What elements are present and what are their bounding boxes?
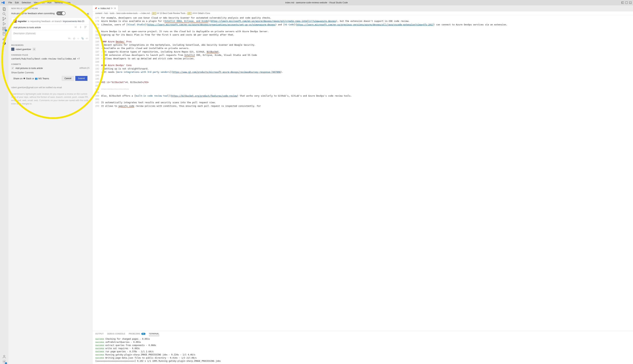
branch-name: improvements-feb-23: [63, 20, 84, 22]
auto-prompt-toggle[interactable]: Yes: [56, 12, 66, 15]
code-line[interactable]: ---------------------: [101, 87, 630, 91]
code-line[interactable]: - It needs [more integrations with 3rd p…: [101, 70, 630, 74]
layout-toggle-icon[interactable]: [621, 2, 624, 4]
panel-toggle-icon[interactable]: [629, 2, 631, 4]
menu-help[interactable]: Help: [64, 1, 72, 4]
commit-row: ✓ Add pictures to tools article e00a4c25: [11, 67, 90, 70]
terminal-output[interactable]: success Checking for changed pages - 0.0…: [93, 336, 633, 364]
breadcrumb-item[interactable]: tools: [110, 12, 114, 14]
breadcrumb-item[interactable]: #### Gitlab's Cons: [192, 12, 210, 14]
code-line[interactable]: #### Azure DevOps' Pros: [101, 40, 630, 43]
panel-tab-terminal[interactable]: TERMINAL: [149, 332, 159, 336]
breadcrumb-item[interactable]: content: [95, 12, 102, 14]
card-footer: Share on ✱ Slack or 👥 MS Teams Cancel Su…: [11, 74, 90, 83]
menu-view[interactable]: View: [32, 1, 40, 4]
menu-terminal[interactable]: Terminal: [53, 1, 64, 4]
menu-run[interactable]: Run: [46, 1, 53, 4]
review-title-input[interactable]: Add pictures to tools article: [14, 26, 73, 29]
attach-icon[interactable]: 📎: [81, 37, 84, 40]
emoji-icon[interactable]: ☺: [77, 37, 79, 40]
menu-file[interactable]: File: [7, 1, 14, 4]
changed-file-row[interactable]: content/hub/tools/best-code-review-tools…: [11, 58, 90, 60]
code-line[interactable]: #### Azure DevOps' Cons: [101, 64, 630, 67]
tab-modified-badge: 9+: [111, 7, 113, 9]
code-line[interactable]: - Decent options for integrations on the…: [101, 43, 630, 46]
code-line[interactable]: [101, 26, 630, 30]
svg-point-24: [4, 361, 5, 362]
commit-checkbox[interactable]: ✓: [11, 67, 14, 70]
graph-icon[interactable]: [2, 36, 7, 41]
code-line[interactable]: Signing up for its Basic Plan is free fo…: [101, 33, 630, 36]
panel-tab-output[interactable]: OUTPUT: [95, 332, 104, 336]
maximize-icon[interactable]: [625, 2, 628, 4]
code-line[interactable]: Also, Bitbucket offers a [built-in code …: [101, 94, 630, 98]
extensions-icon[interactable]: 2: [2, 26, 7, 31]
code-line[interactable]: [101, 77, 630, 80]
code-line[interactable]: [101, 91, 630, 94]
clear-title-icon[interactable]: [74, 26, 77, 29]
breadcrumb-item[interactable]: hub: [104, 12, 108, 14]
panel-tab-debug[interactable]: DEBUG CONSOLE: [107, 332, 125, 336]
menu-go[interactable]: Go: [40, 1, 46, 4]
breadcrumb-item[interactable]: ## 10 Best Code Review Tools: [157, 12, 185, 14]
tag-icon[interactable]: 🏷: [86, 37, 88, 40]
branch-icon[interactable]: [84, 26, 87, 29]
share-teams-link[interactable]: MS Teams: [38, 77, 49, 80]
explorer-icon[interactable]: [2, 7, 7, 12]
code-line[interactable]: [101, 98, 630, 101]
cancel-button[interactable]: Cancel: [62, 76, 74, 81]
code-line[interactable]: [101, 84, 630, 87]
code-line[interactable]: Azure DevOps is not an open-source proje…: [101, 30, 630, 33]
svg-point-33: [86, 26, 86, 27]
panel-tab-problems[interactable]: PROBLEMS 66: [129, 332, 145, 336]
codestream-icon[interactable]: [2, 41, 7, 46]
code-line[interactable]: - It supports diverse types of repositor…: [101, 50, 630, 54]
code-line[interactable]: Azure DevOps is also available as a plug…: [101, 20, 630, 23]
code-line[interactable]: [101, 36, 630, 40]
breadcrumb-item[interactable]: index.md: [141, 12, 150, 14]
code-line[interactable]: [101, 60, 630, 64]
menubar: FileEditSelectionViewGoRunTerminalHelp i…: [0, 0, 633, 5]
svg-rect-21: [4, 38, 4, 40]
svg-rect-14: [3, 29, 4, 30]
code-line[interactable]: [101, 74, 630, 77]
commit-icon[interactable]: [79, 26, 82, 29]
notes-icon[interactable]: [2, 31, 7, 36]
run-debug-icon[interactable]: [2, 21, 7, 26]
svg-marker-12: [3, 22, 6, 25]
description-input[interactable]: Description (Optional) M↓ @ ☺ 📎 🏷: [11, 30, 89, 41]
close-tab-icon[interactable]: ✕: [114, 7, 116, 10]
mention-icon[interactable]: @: [73, 37, 75, 40]
code-line[interactable]: It automatically integrates test results…: [101, 101, 630, 104]
tab-index-md[interactable]: 📌 ● index.md 9+ ✕: [93, 5, 118, 11]
code-line[interactable]: - Available on the public cloud and inst…: [101, 46, 630, 50]
add-reviewer-button[interactable]: +: [33, 48, 36, 51]
code-editor[interactable]: 1771781791801811821831841851861871881891…: [93, 16, 633, 331]
source-control-icon[interactable]: [2, 16, 7, 21]
commits-title: COMMITS: [11, 63, 90, 65]
menu-edit[interactable]: Edit: [14, 1, 20, 4]
show-earlier-commits[interactable]: Show Earlier Commits: [11, 71, 90, 74]
svg-point-29: [80, 27, 81, 28]
code-line[interactable]: <h3 id="bitbucket">4. Bitbucket</h3>: [101, 80, 630, 84]
search-icon[interactable]: [2, 12, 7, 16]
markdown-icon[interactable]: M↓: [68, 37, 71, 40]
code-line[interactable]: - Allows developers to set up detailed a…: [101, 57, 630, 60]
share-slack-link[interactable]: Slack: [26, 77, 32, 80]
menu-selection[interactable]: Selection: [20, 1, 32, 4]
reviewer-avatar: [11, 48, 14, 51]
svg-point-23: [4, 355, 5, 357]
svg-point-10: [3, 20, 4, 21]
feedback-request-card: mgreiler is requesting feedback on branc…: [11, 18, 90, 41]
accounts-icon[interactable]: [2, 354, 7, 359]
code-line[interactable]: - Setting up is not straightforward.: [101, 67, 630, 70]
breadcrumb-item[interactable]: best-code-review-tools: [116, 12, 138, 14]
code-line[interactable]: For example, developers can use Sonar Cl…: [101, 16, 630, 20]
code-line[interactable]: Likewise, users of [Visual Studio](https…: [101, 23, 630, 26]
code-line[interactable]: It allows to specify code review policie…: [101, 104, 630, 108]
sidebar-title: NEW RELIC CODESTREAM: [11, 7, 38, 10]
close-panel-icon[interactable]: [87, 12, 89, 16]
submit-button[interactable]: Submit: [75, 76, 87, 81]
settings-icon[interactable]: 1: [2, 359, 7, 364]
code-line[interactable]: - IDE extension allows developers to lau…: [101, 54, 630, 57]
